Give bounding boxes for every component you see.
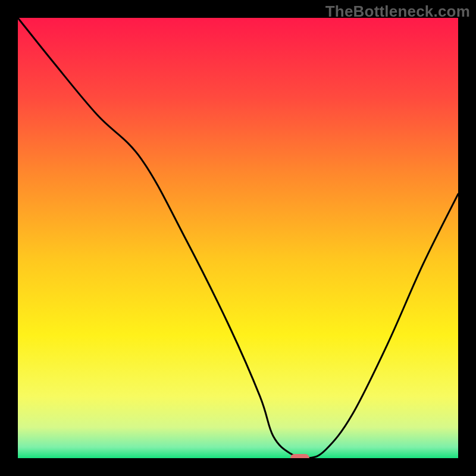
plot-area	[18, 18, 458, 458]
chart-frame: TheBottleneck.com	[0, 0, 476, 476]
curve-layer	[18, 18, 458, 458]
optimal-marker	[290, 454, 309, 458]
bottleneck-curve	[18, 18, 458, 458]
watermark-text: TheBottleneck.com	[325, 2, 470, 21]
